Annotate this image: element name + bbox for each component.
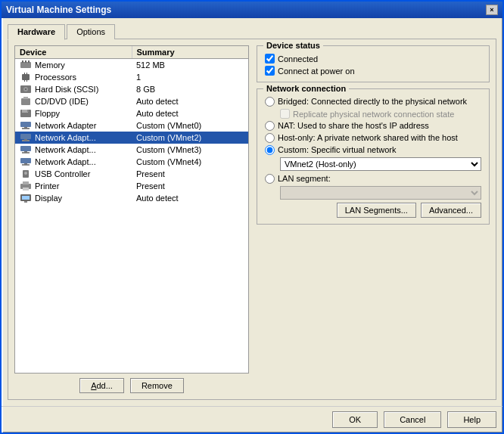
table-row[interactable]: Printer Present [15, 180, 248, 192]
connected-label: Connected [278, 54, 318, 64]
radio-lan-row: LAN segment: [265, 174, 481, 184]
table-row[interactable]: Network Adapter Custom (VMnet0) [15, 119, 248, 132]
table-row[interactable]: Network Adapt... Custom (VMnet4) [15, 156, 248, 168]
device-summary: Present [132, 169, 248, 179]
window-title: Virtual Machine Settings [6, 5, 111, 15]
network-legend: Network connection [263, 84, 349, 93]
table-row[interactable]: CD/DVD (IDE) Auto detect [15, 95, 248, 107]
device-summary: Custom (VMnet0) [132, 120, 248, 131]
device-name: Network Adapt... [35, 145, 96, 154]
radio-bridged[interactable] [265, 97, 275, 107]
net-icon [20, 121, 32, 130]
tab-options[interactable]: Options [67, 24, 115, 39]
device-name: Display [35, 194, 62, 203]
device-summary: 512 MB [132, 60, 248, 70]
tabs: Hardware Options [8, 24, 496, 39]
cancel-button[interactable]: Cancel [384, 411, 441, 428]
net-icon [20, 133, 32, 142]
table-row[interactable]: Display Auto detect [15, 192, 248, 204]
table-row[interactable]: USB Controller Present [15, 168, 248, 180]
replicate-row: Replicate physical network connection st… [280, 109, 481, 119]
radio-custom-row: Custom: Specific virtual network [265, 145, 481, 155]
svg-rect-6 [26, 73, 27, 74]
device-summary: Auto detect [132, 96, 248, 107]
connected-row: Connected [265, 54, 481, 64]
table-row[interactable]: Network Adapt... Custom (VMnet2) [15, 132, 248, 144]
svg-rect-22 [24, 139, 27, 141]
advanced-button[interactable]: Advanced... [421, 203, 481, 218]
svg-rect-33 [23, 188, 29, 191]
help-button[interactable]: Help [447, 411, 496, 428]
device-name: Network Adapt... [35, 157, 96, 166]
memory-icon [20, 60, 32, 70]
tab-content: Device Summary Memory 512 MB Processors … [8, 39, 496, 400]
column-summary[interactable]: Summary [132, 46, 249, 58]
lan-segments-button[interactable]: LAN Segments... [337, 203, 416, 218]
svg-rect-35 [22, 196, 30, 200]
close-button[interactable]: × [486, 5, 498, 15]
table-row[interactable]: Floppy Auto detect [15, 107, 248, 119]
table-row[interactable]: Processors 1 [15, 71, 248, 83]
cpu-icon [20, 73, 32, 82]
device-name: Hard Disk (SCSI) [35, 85, 98, 94]
svg-rect-1 [22, 60, 23, 63]
custom-dropdown-row: VMnet0 VMnet1 VMnet2 (Host-only) VMnet3 … [280, 157, 481, 171]
svg-rect-26 [20, 158, 31, 163]
svg-rect-17 [20, 122, 31, 127]
device-summary: 1 [132, 72, 248, 82]
svg-rect-15 [22, 110, 28, 113]
column-device[interactable]: Device [15, 46, 132, 58]
left-buttons: Add... Remove [14, 378, 249, 393]
radio-bridged-row: Bridged: Connected directly to the physi… [265, 97, 481, 107]
device-summary: Present [132, 181, 248, 191]
radio-custom[interactable] [265, 145, 275, 155]
device-status-fieldset: Device status Connected Connect at power… [257, 45, 490, 82]
power-on-checkbox[interactable] [265, 66, 275, 76]
virtual-machine-settings-window: Virtual Machine Settings × Hardware Opti… [0, 0, 504, 434]
device-name: Printer [35, 181, 59, 191]
radio-hostonly[interactable] [265, 133, 275, 143]
title-bar-controls: × [486, 5, 498, 15]
add-button[interactable]: Add... [79, 378, 124, 393]
left-panel: Device Summary Memory 512 MB Processors … [14, 45, 249, 393]
device-name: Floppy [35, 109, 60, 118]
remove-button[interactable]: Remove [130, 378, 184, 393]
table-row[interactable]: Hard Disk (SCSI) 8 GB [15, 83, 248, 95]
svg-rect-8 [26, 80, 27, 82]
custom-network-select[interactable]: VMnet0 VMnet1 VMnet2 (Host-only) VMnet3 … [280, 157, 481, 171]
svg-rect-7 [24, 80, 25, 82]
radio-lan[interactable] [265, 174, 275, 184]
replicate-label: Replicate physical network connection st… [293, 110, 454, 119]
right-panel: Device status Connected Connect at power… [257, 45, 490, 393]
svg-rect-19 [24, 127, 27, 129]
device-name: Network Adapter [35, 121, 96, 130]
device-name: Processors [35, 73, 76, 82]
table-row[interactable]: Network Adapt... Custom (VMnet3) [15, 144, 248, 156]
svg-rect-5 [24, 73, 25, 74]
replicate-checkbox[interactable] [280, 109, 290, 119]
floppy-icon [20, 109, 32, 118]
window-content: Hardware Options Device Summary Memory 5… [2, 18, 502, 406]
tab-hardware[interactable]: Hardware [8, 24, 65, 40]
svg-rect-12 [21, 98, 30, 105]
network-connection-fieldset: Network connection Bridged: Connected di… [257, 88, 490, 225]
power-on-row: Connect at power on [265, 66, 481, 76]
svg-rect-2 [25, 60, 26, 63]
table-body: Memory 512 MB Processors 1 Hard Disk (SC… [15, 59, 248, 204]
table-header: Device Summary [15, 46, 248, 59]
net-icon [20, 157, 32, 166]
radio-nat[interactable] [265, 121, 275, 131]
device-status-legend: Device status [263, 41, 323, 50]
svg-rect-4 [22, 74, 30, 80]
device-summary: Custom (VMnet3) [132, 144, 248, 155]
table-row[interactable]: Memory 512 MB [15, 59, 248, 71]
svg-rect-13 [23, 97, 28, 99]
connected-checkbox[interactable] [265, 54, 275, 64]
ok-button[interactable]: OK [332, 411, 378, 428]
display-icon [20, 194, 32, 203]
lan-segment-select[interactable] [280, 186, 481, 200]
device-summary: Auto detect [132, 108, 248, 119]
usb-icon [20, 169, 32, 178]
lan-dropdown-row [280, 186, 481, 200]
radio-bridged-label: Bridged: Connected directly to the physi… [278, 97, 467, 106]
